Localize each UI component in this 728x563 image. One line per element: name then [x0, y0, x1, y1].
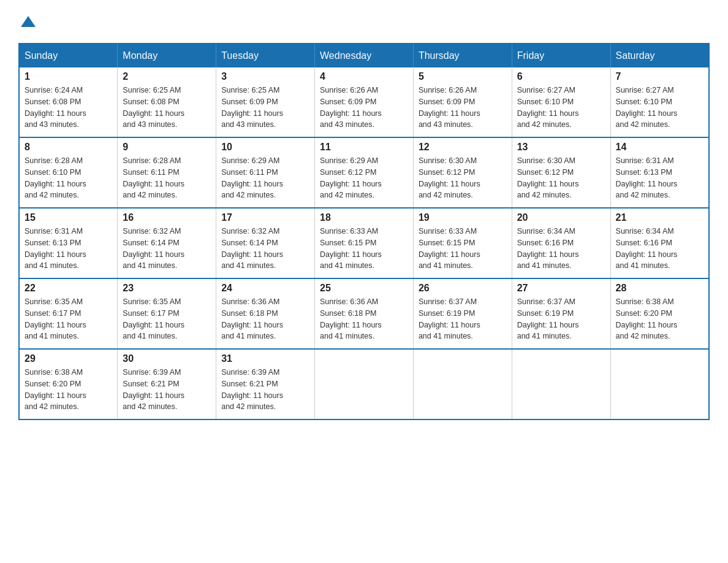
day-info: Sunrise: 6:31 AMSunset: 6:13 PMDaylight:…: [616, 155, 703, 201]
calendar-cell: 17Sunrise: 6:32 AMSunset: 6:14 PMDayligh…: [216, 208, 315, 278]
calendar-cell: [413, 349, 512, 419]
col-header-sunday: Sunday: [19, 44, 118, 67]
day-number: 14: [616, 142, 703, 153]
day-info: Sunrise: 6:34 AMSunset: 6:16 PMDaylight:…: [616, 226, 703, 272]
col-header-friday: Friday: [512, 44, 610, 67]
day-info: Sunrise: 6:39 AMSunset: 6:21 PMDaylight:…: [221, 367, 309, 413]
calendar-cell: 15Sunrise: 6:31 AMSunset: 6:13 PMDayligh…: [19, 208, 118, 278]
day-number: 19: [419, 212, 507, 223]
logo-triangle-icon: [20, 13, 37, 31]
calendar-cell: 26Sunrise: 6:37 AMSunset: 6:19 PMDayligh…: [413, 278, 512, 349]
calendar-cell: 5Sunrise: 6:26 AMSunset: 6:09 PMDaylight…: [413, 67, 512, 137]
calendar-cell: 22Sunrise: 6:35 AMSunset: 6:17 PMDayligh…: [19, 278, 118, 349]
day-info: Sunrise: 6:39 AMSunset: 6:21 PMDaylight:…: [123, 367, 211, 413]
calendar-cell: 24Sunrise: 6:36 AMSunset: 6:18 PMDayligh…: [216, 278, 315, 349]
day-number: 18: [320, 212, 408, 223]
calendar-cell: 31Sunrise: 6:39 AMSunset: 6:21 PMDayligh…: [216, 349, 315, 419]
day-info: Sunrise: 6:38 AMSunset: 6:20 PMDaylight:…: [616, 296, 703, 342]
day-info: Sunrise: 6:27 AMSunset: 6:10 PMDaylight:…: [616, 85, 703, 131]
day-number: 17: [221, 212, 309, 223]
day-number: 9: [123, 142, 211, 153]
day-info: Sunrise: 6:35 AMSunset: 6:17 PMDaylight:…: [123, 296, 211, 342]
day-number: 31: [221, 353, 309, 364]
day-info: Sunrise: 6:33 AMSunset: 6:15 PMDaylight:…: [320, 226, 408, 272]
day-number: 24: [221, 283, 309, 294]
day-info: Sunrise: 6:36 AMSunset: 6:18 PMDaylight:…: [320, 296, 408, 342]
calendar-cell: 27Sunrise: 6:37 AMSunset: 6:19 PMDayligh…: [512, 278, 610, 349]
day-info: Sunrise: 6:37 AMSunset: 6:19 PMDaylight:…: [517, 296, 605, 342]
day-number: 3: [221, 71, 309, 82]
day-info: Sunrise: 6:33 AMSunset: 6:15 PMDaylight:…: [419, 226, 507, 272]
day-info: Sunrise: 6:36 AMSunset: 6:18 PMDaylight:…: [221, 296, 309, 342]
day-info: Sunrise: 6:29 AMSunset: 6:12 PMDaylight:…: [320, 155, 408, 201]
calendar-cell: 20Sunrise: 6:34 AMSunset: 6:16 PMDayligh…: [512, 208, 610, 278]
calendar-cell: 12Sunrise: 6:30 AMSunset: 6:12 PMDayligh…: [413, 137, 512, 208]
calendar-week-row: 15Sunrise: 6:31 AMSunset: 6:13 PMDayligh…: [19, 208, 709, 278]
calendar-cell: 14Sunrise: 6:31 AMSunset: 6:13 PMDayligh…: [610, 137, 709, 208]
day-info: Sunrise: 6:28 AMSunset: 6:10 PMDaylight:…: [25, 155, 112, 201]
day-number: 6: [517, 71, 605, 82]
day-number: 12: [419, 142, 507, 153]
day-info: Sunrise: 6:37 AMSunset: 6:19 PMDaylight:…: [419, 296, 507, 342]
calendar-cell: [610, 349, 709, 419]
calendar-cell: 3Sunrise: 6:25 AMSunset: 6:09 PMDaylight…: [216, 67, 315, 137]
day-info: Sunrise: 6:26 AMSunset: 6:09 PMDaylight:…: [419, 85, 507, 131]
day-number: 2: [123, 71, 211, 82]
day-number: 5: [419, 71, 507, 82]
day-number: 25: [320, 283, 408, 294]
day-info: Sunrise: 6:25 AMSunset: 6:09 PMDaylight:…: [221, 85, 309, 131]
col-header-wednesday: Wednesday: [315, 44, 414, 67]
svg-marker-0: [21, 16, 36, 27]
calendar-header-row: SundayMondayTuesdayWednesdayThursdayFrid…: [19, 44, 709, 67]
calendar-cell: [512, 349, 610, 419]
day-number: 22: [25, 283, 112, 294]
col-header-thursday: Thursday: [413, 44, 512, 67]
day-number: 7: [616, 71, 703, 82]
day-number: 8: [25, 142, 112, 153]
calendar-week-row: 22Sunrise: 6:35 AMSunset: 6:17 PMDayligh…: [19, 278, 709, 349]
day-info: Sunrise: 6:35 AMSunset: 6:17 PMDaylight:…: [25, 296, 112, 342]
calendar-cell: 13Sunrise: 6:30 AMSunset: 6:12 PMDayligh…: [512, 137, 610, 208]
calendar-cell: 21Sunrise: 6:34 AMSunset: 6:16 PMDayligh…: [610, 208, 709, 278]
calendar-cell: 30Sunrise: 6:39 AMSunset: 6:21 PMDayligh…: [118, 349, 216, 419]
day-number: 13: [517, 142, 605, 153]
col-header-monday: Monday: [118, 44, 216, 67]
calendar-cell: 25Sunrise: 6:36 AMSunset: 6:18 PMDayligh…: [315, 278, 414, 349]
calendar-cell: 11Sunrise: 6:29 AMSunset: 6:12 PMDayligh…: [315, 137, 414, 208]
calendar-cell: 29Sunrise: 6:38 AMSunset: 6:20 PMDayligh…: [19, 349, 118, 419]
calendar-cell: 18Sunrise: 6:33 AMSunset: 6:15 PMDayligh…: [315, 208, 414, 278]
calendar-cell: 7Sunrise: 6:27 AMSunset: 6:10 PMDaylight…: [610, 67, 709, 137]
day-info: Sunrise: 6:28 AMSunset: 6:11 PMDaylight:…: [123, 155, 211, 201]
calendar-cell: 28Sunrise: 6:38 AMSunset: 6:20 PMDayligh…: [610, 278, 709, 349]
calendar-week-row: 8Sunrise: 6:28 AMSunset: 6:10 PMDaylight…: [19, 137, 709, 208]
calendar-cell: 1Sunrise: 6:24 AMSunset: 6:08 PMDaylight…: [19, 67, 118, 137]
day-number: 10: [221, 142, 309, 153]
col-header-tuesday: Tuesday: [216, 44, 315, 67]
calendar-week-row: 1Sunrise: 6:24 AMSunset: 6:08 PMDaylight…: [19, 67, 709, 137]
calendar-week-row: 29Sunrise: 6:38 AMSunset: 6:20 PMDayligh…: [19, 349, 709, 419]
day-number: 21: [616, 212, 703, 223]
col-header-saturday: Saturday: [610, 44, 709, 67]
day-info: Sunrise: 6:32 AMSunset: 6:14 PMDaylight:…: [221, 226, 309, 272]
day-info: Sunrise: 6:24 AMSunset: 6:08 PMDaylight:…: [25, 85, 112, 131]
day-info: Sunrise: 6:29 AMSunset: 6:11 PMDaylight:…: [221, 155, 309, 201]
calendar-cell: 19Sunrise: 6:33 AMSunset: 6:15 PMDayligh…: [413, 208, 512, 278]
calendar-cell: 10Sunrise: 6:29 AMSunset: 6:11 PMDayligh…: [216, 137, 315, 208]
calendar-cell: 4Sunrise: 6:26 AMSunset: 6:09 PMDaylight…: [315, 67, 414, 137]
day-number: 11: [320, 142, 408, 153]
calendar-cell: 2Sunrise: 6:25 AMSunset: 6:08 PMDaylight…: [118, 67, 216, 137]
day-number: 16: [123, 212, 211, 223]
calendar-table: SundayMondayTuesdayWednesdayThursdayFrid…: [18, 43, 710, 420]
logo: [18, 12, 37, 31]
day-number: 30: [123, 353, 211, 364]
day-number: 4: [320, 71, 408, 82]
day-number: 27: [517, 283, 605, 294]
calendar-cell: [315, 349, 414, 419]
day-info: Sunrise: 6:25 AMSunset: 6:08 PMDaylight:…: [123, 85, 211, 131]
day-number: 1: [25, 71, 112, 82]
day-number: 20: [517, 212, 605, 223]
calendar-cell: 16Sunrise: 6:32 AMSunset: 6:14 PMDayligh…: [118, 208, 216, 278]
day-info: Sunrise: 6:30 AMSunset: 6:12 PMDaylight:…: [517, 155, 605, 201]
calendar-cell: 6Sunrise: 6:27 AMSunset: 6:10 PMDaylight…: [512, 67, 610, 137]
day-info: Sunrise: 6:30 AMSunset: 6:12 PMDaylight:…: [419, 155, 507, 201]
